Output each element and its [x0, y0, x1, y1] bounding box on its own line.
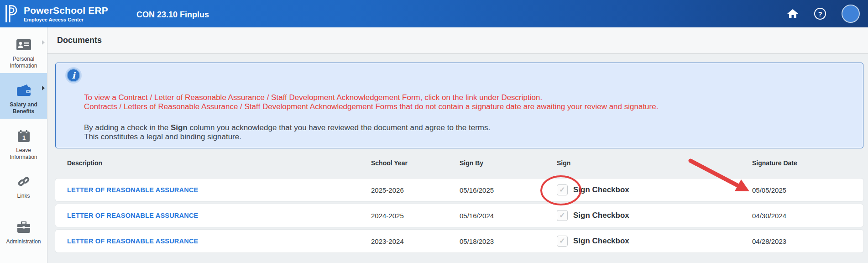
sidebar-item-label: Personal Information — [0, 56, 47, 69]
notice-text-post: column you acknowledge that you have rev… — [188, 123, 490, 132]
column-header-sign: Sign — [557, 159, 752, 167]
page-title-bar: Documents — [47, 27, 868, 54]
main-content: Documents i To view a Contract / Letter … — [47, 27, 868, 263]
home-icon[interactable] — [787, 8, 799, 19]
powerschool-logo[interactable] — [5, 4, 20, 23]
sign-by-cell: 05/18/2023 — [460, 237, 557, 245]
sidebar-item-label: Salary and Benefits — [0, 101, 47, 115]
powerschool-p-icon — [5, 4, 20, 23]
check-glyph: ✓ — [559, 212, 565, 219]
notice-dark-line-1: By adding a check in the Sign column you… — [84, 123, 854, 132]
sidebar-item-label: Leave Information — [0, 147, 47, 161]
chain-link-icon — [0, 175, 47, 188]
document-link[interactable]: LETTER OF REASONABLE ASSURANCE — [67, 237, 198, 245]
svg-text:1: 1 — [22, 134, 25, 141]
sidebar-item-administration[interactable]: Administration — [0, 210, 47, 256]
calendar-icon: 1 — [0, 130, 47, 142]
sign-checkbox-label: Sign Checkbox — [573, 211, 629, 220]
check-glyph: ✓ — [559, 186, 565, 194]
column-header-school-year: School Year — [371, 159, 460, 167]
sign-by-cell: 05/16/2024 — [460, 212, 557, 220]
chevron-right-icon — [42, 40, 45, 45]
briefcase-icon — [0, 221, 47, 234]
app-subtitle: Employee Access Center — [24, 17, 108, 22]
school-year-cell: 2023-2024 — [371, 237, 460, 245]
user-avatar[interactable] — [842, 5, 860, 23]
signature-date-cell: 04/30/2024 — [752, 212, 863, 220]
notice-red-line-2: Contracts / Letters of Reasonable Assura… — [84, 102, 854, 111]
help-glyph: ? — [818, 10, 822, 18]
notice-red-line-1: To view a Contract / Letter of Reasonabl… — [84, 93, 854, 102]
notice-text-pre: By adding a check in the — [84, 123, 171, 132]
sidebar-item-label: Links — [0, 193, 47, 200]
sidebar-item-personal-information[interactable]: Personal Information — [0, 27, 47, 73]
sign-checkbox[interactable]: ✓ — [557, 184, 568, 195]
check-glyph: ✓ — [559, 237, 565, 245]
signature-date-cell: 05/05/2025 — [752, 186, 863, 194]
info-icon: i — [67, 68, 80, 82]
notice-text-bold-sign: Sign — [171, 123, 188, 132]
table-row: LETTER OF REASONABLE ASSURANCE 2023-2024… — [55, 230, 863, 252]
column-header-description: Description — [67, 159, 371, 167]
help-icon[interactable]: ? — [814, 8, 826, 20]
document-link[interactable]: LETTER OF REASONABLE ASSURANCE — [67, 212, 198, 219]
signature-notice-box: i To view a Contract / Letter of Reasona… — [55, 63, 863, 148]
sign-checkbox-label: Sign Checkbox — [573, 185, 629, 195]
wallet-icon — [0, 84, 47, 97]
table-row: LETTER OF REASONABLE ASSURANCE 2025-2026… — [55, 179, 863, 201]
page-title: Documents — [57, 36, 102, 45]
sidebar-item-leave-information[interactable]: 1 Leave Information — [0, 119, 47, 164]
school-year-cell: 2025-2026 — [371, 186, 460, 194]
sidebar-item-salary-and-benefits[interactable]: Salary and Benefits — [0, 73, 47, 119]
column-header-sign-by: Sign By — [460, 159, 557, 167]
sign-checkbox-label: Sign Checkbox — [573, 237, 629, 246]
sidebar-nav: Personal Information Salary and Benefits… — [0, 27, 47, 263]
app-title: PowerSchool ERP — [24, 5, 108, 16]
environment-label: CON 23.10 Finplus — [136, 10, 209, 20]
signature-date-cell: 04/28/2023 — [752, 237, 863, 245]
id-card-icon — [0, 38, 47, 51]
column-header-signature-date: Signature Date — [752, 159, 863, 167]
sign-by-cell: 05/16/2025 — [460, 186, 557, 194]
sidebar-item-links[interactable]: Links — [0, 164, 47, 210]
table-row: LETTER OF REASONABLE ASSURANCE 2024-2025… — [55, 204, 863, 227]
app-header: PowerSchool ERP Employee Access Center C… — [0, 0, 868, 27]
notice-dark-line-2: This constitutes a legal and binding sig… — [84, 132, 854, 142]
documents-table-header: Description School Year Sign By Sign Sig… — [55, 148, 863, 179]
document-link[interactable]: LETTER OF REASONABLE ASSURANCE — [67, 186, 198, 194]
sign-checkbox[interactable]: ✓ — [557, 236, 568, 247]
chevron-right-icon — [42, 86, 45, 90]
info-glyph: i — [72, 71, 75, 80]
school-year-cell: 2024-2025 — [371, 212, 460, 220]
sidebar-item-label: Administration — [0, 238, 47, 245]
sign-checkbox[interactable]: ✓ — [557, 210, 568, 221]
